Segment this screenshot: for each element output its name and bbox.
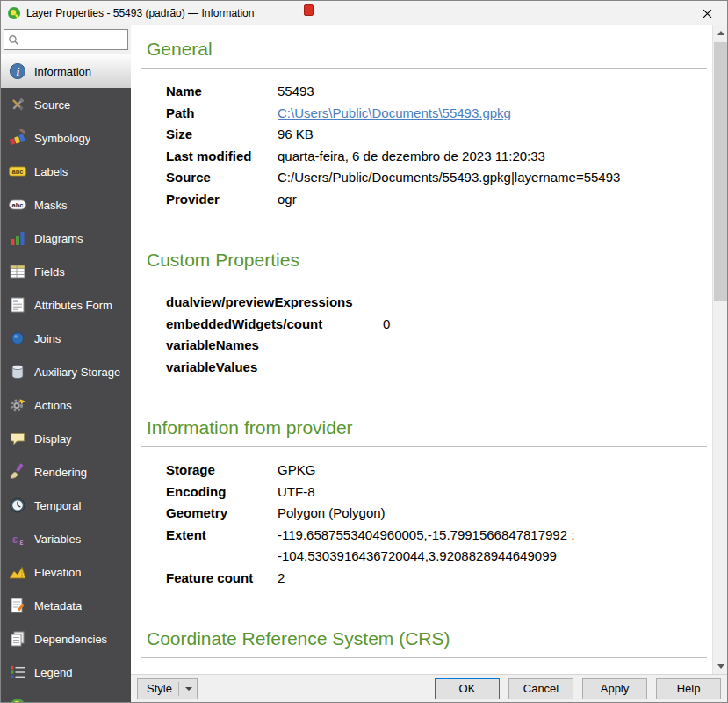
svg-text:abc: abc (12, 201, 24, 209)
info-row-source: Source C:/Users/Public/Documents/55493.g… (140, 167, 709, 189)
sidebar-item-dependencies[interactable]: Dependencies (1, 622, 131, 656)
masks-icon: abc (8, 195, 27, 214)
sidebar-item-elevation[interactable]: Elevation (1, 555, 131, 589)
sidebar-item-label: Information (34, 65, 91, 78)
sidebar-item-rendering[interactable]: Rendering (1, 455, 131, 489)
content-scrollbar[interactable] (712, 25, 727, 674)
sidebar-item-label: Elevation (34, 566, 81, 579)
source-icon (8, 95, 27, 114)
sidebar-item-label: Attributes Form (34, 299, 112, 312)
sidebar-item-variables[interactable]: εε Variables (1, 522, 131, 555)
section-divider (141, 68, 707, 69)
sidebar-item-labels[interactable]: abc Labels (1, 155, 131, 188)
sidebar-item-auxiliary-storage[interactable]: Auxiliary Storage (1, 355, 131, 388)
display-icon (8, 429, 27, 448)
section-heading-general: General (147, 38, 709, 61)
info-row-variable-values: variableValues (140, 357, 709, 379)
close-icon (703, 9, 712, 18)
sidebar-search (1, 25, 131, 54)
scroll-up-icon (717, 31, 724, 35)
section-divider (141, 657, 707, 658)
section-heading-crs: Coordinate Reference System (CRS) (147, 627, 709, 650)
legend-icon (8, 663, 27, 682)
sidebar-item-label: Fields (34, 265, 65, 279)
scroll-down-icon (717, 664, 724, 669)
sidebar-item-information[interactable]: i Information (1, 54, 131, 88)
variables-icon: εε (8, 529, 27, 548)
joins-icon (8, 329, 27, 348)
sidebar-item-legend[interactable]: Legend (1, 656, 131, 689)
red-indicator-icon (304, 4, 314, 16)
info-row-provider: Provider ogr (140, 189, 709, 211)
info-row-extent: Extent -119.6587553404960005,-15.7991566… (140, 525, 709, 568)
scrollbar-down-button[interactable] (713, 659, 728, 674)
information-icon: i (8, 62, 27, 81)
actions-icon (8, 395, 27, 415)
sidebar-item-joins[interactable]: Joins (1, 322, 131, 355)
diagrams-icon (8, 228, 27, 248)
symbology-icon (8, 128, 27, 148)
sidebar-item-symbology[interactable]: Symbology (1, 121, 131, 155)
sidebar-item-label: Display (34, 432, 72, 446)
svg-text:i: i (17, 66, 20, 78)
sidebar-item-label: Symbology (34, 132, 90, 145)
ok-button[interactable]: OK (435, 678, 500, 699)
svg-text:abc: abc (12, 168, 24, 176)
cancel-button[interactable]: Cancel (508, 678, 573, 699)
sidebar-item-actions[interactable]: Actions (1, 388, 131, 422)
layer-properties-dialog: Layer Properties - 55493 (padrão) — Info… (0, 0, 728, 703)
path-link[interactable]: C:\Users\Public\Documents\55493.gpkg (278, 105, 511, 120)
section-divider (141, 279, 707, 279)
sidebar-item-temporal[interactable]: Temporal (1, 489, 131, 522)
sidebar-item-label: Legend (34, 666, 72, 679)
sidebar-item-label: Joins (34, 332, 61, 345)
sidebar-item-label: Metadata (34, 599, 82, 612)
sidebar-item-label: Masks (34, 199, 68, 212)
sidebar-item-fields[interactable]: Fields (1, 255, 131, 288)
info-row-geometry: Geometry Polygon (Polygon) (140, 503, 709, 525)
scrollbar-thumb[interactable] (714, 42, 727, 301)
apply-button[interactable]: Apply (582, 678, 647, 699)
sidebar-nav: i Information Source Symbology abc (1, 54, 131, 702)
dependencies-icon (8, 629, 27, 649)
sidebar-item-label: Dependencies (34, 633, 107, 646)
sidebar-item-label: Actions (34, 399, 72, 412)
section-heading-custom-properties: Custom Properties (147, 249, 709, 272)
sidebar-item-masks[interactable]: abc Masks (1, 188, 131, 221)
search-input[interactable] (4, 29, 128, 50)
sidebar-item-metadata[interactable]: Metadata (1, 589, 131, 622)
help-button[interactable]: Help (656, 678, 721, 699)
info-row-name: Name 55493 (140, 81, 709, 103)
sidebar-item-display[interactable]: Display (1, 422, 131, 455)
section-heading-provider-info: Information from provider (147, 417, 709, 439)
sidebar-item-qgis-server[interactable]: QGIS Server (1, 689, 131, 702)
rendering-icon (8, 462, 27, 482)
section-divider (141, 446, 707, 447)
info-row-encoding: Encoding UTF-8 (140, 482, 709, 504)
general-rows: Name 55493 Path C:\Users\Public\Document… (140, 81, 709, 210)
sidebar-item-diagrams[interactable]: Diagrams (1, 221, 131, 255)
sidebar-item-label: Rendering (34, 466, 87, 479)
info-row-embedded-widgets: embeddedWidgets/count 0 (140, 314, 709, 336)
metadata-icon (8, 596, 27, 615)
chevron-down-icon (185, 687, 192, 691)
qgis-server-icon (8, 696, 27, 702)
info-row-variable-names: variableNames (140, 335, 709, 357)
close-button[interactable] (688, 1, 727, 25)
title-bar: Layer Properties - 55493 (padrão) — Info… (1, 1, 727, 25)
sidebar-item-label: QGIS Server (34, 699, 99, 703)
scrollbar-up-button[interactable] (713, 25, 728, 40)
sidebar-item-label: Temporal (34, 499, 81, 512)
temporal-icon (8, 496, 27, 515)
labels-icon: abc (8, 162, 27, 181)
sidebar-item-attributes-form[interactable]: Attributes Form (1, 288, 131, 322)
info-row-storage: Storage GPKG (140, 460, 709, 482)
custom-properties-rows: dualview/previewExpressions embeddedWidg… (140, 292, 709, 378)
info-row-size: Size 96 KB (140, 124, 709, 146)
style-button-divider (178, 682, 179, 696)
sidebar: i Information Source Symbology abc (1, 25, 131, 702)
style-button[interactable]: Style (137, 678, 198, 699)
window-title: Layer Properties - 55493 (padrão) — Info… (26, 7, 254, 19)
svg-text:ε: ε (12, 533, 18, 546)
sidebar-item-source[interactable]: Source (1, 88, 131, 121)
